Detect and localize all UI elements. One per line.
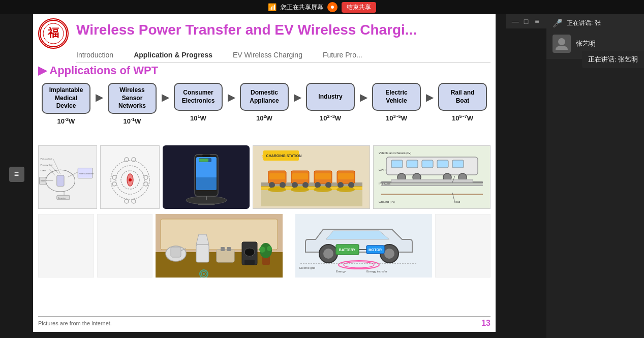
svg-text:Ground (P₀): Ground (P₀) xyxy=(379,200,395,203)
svg-rect-86 xyxy=(381,185,483,186)
tab-introduction[interactable]: Introduction xyxy=(76,51,113,60)
svg-point-51 xyxy=(280,182,286,188)
svg-rect-56 xyxy=(292,173,308,179)
medical-device-image: Battery Power Conditioner Converter Pick… xyxy=(38,145,97,209)
svg-rect-98 xyxy=(196,244,209,262)
arrow-3: ▶ xyxy=(292,91,302,103)
menu-button[interactable]: ≡ xyxy=(533,17,541,25)
arrow-5: ▶ xyxy=(424,91,435,103)
arrow-0: ▶ xyxy=(94,91,104,103)
maximize-button[interactable]: □ xyxy=(522,17,530,25)
university-logo: 福 xyxy=(38,18,74,54)
svg-rect-100 xyxy=(217,250,234,262)
tab-ev-charging[interactable]: EV Wireless Charging xyxy=(233,51,302,60)
speaking-label: 正在讲话: 张 xyxy=(567,19,601,27)
sharing-text: 您正在共享屏幕 xyxy=(281,3,323,12)
svg-rect-77 xyxy=(407,160,418,168)
flow-item-2: ConsumerElectronics 101W xyxy=(170,83,226,122)
svg-rect-41 xyxy=(202,155,210,157)
tab-future[interactable]: Future Pro... xyxy=(323,51,362,60)
flow-item-6: Rail andBoat 105~7W xyxy=(435,83,490,122)
flow-power-3: 102W xyxy=(256,114,272,122)
arrow-1: ▶ xyxy=(160,91,170,103)
speaking-overlay: 正在讲话: 张艺明 xyxy=(582,51,644,68)
svg-point-29 xyxy=(144,182,148,186)
flow-power-4: 102~3W xyxy=(320,114,341,122)
window-controls: — □ ≡ xyxy=(506,14,546,28)
mic-icon: 🎤 xyxy=(553,18,563,28)
svg-point-55 xyxy=(302,182,309,188)
svg-point-58 xyxy=(315,182,321,188)
kitchen-image xyxy=(156,214,292,278)
svg-point-66 xyxy=(291,187,309,192)
svg-point-123 xyxy=(344,262,374,268)
flow-box-5: ElectricVehicle xyxy=(372,83,421,111)
logo-circle: 福 xyxy=(38,18,69,49)
svg-rect-52 xyxy=(269,173,285,179)
top-system-bar: 📶 您正在共享屏幕 结束共享 xyxy=(0,0,644,14)
flow-item-4: Industry 102~3W xyxy=(302,83,358,122)
slide-container: 福 Wireless Power Transfer and EV Wireles… xyxy=(33,14,496,332)
svg-point-68 xyxy=(336,187,355,192)
svg-point-25 xyxy=(129,178,132,181)
svg-rect-87 xyxy=(391,179,473,182)
empty-spot-3 xyxy=(435,214,491,278)
sidebar-toggle-button[interactable]: ≡ xyxy=(9,167,24,182)
minimize-button[interactable]: — xyxy=(511,17,519,25)
svg-rect-5 xyxy=(57,175,64,186)
rail-diagram-image: Vehicle and chassis (P₁) Ground (P₀) CPT… xyxy=(373,145,490,209)
svg-rect-102 xyxy=(227,247,231,251)
left-sidebar: ≡ xyxy=(0,14,33,332)
svg-line-19 xyxy=(49,169,55,175)
svg-text:⚡ CHARGING STATION: ⚡ CHARGING STATION xyxy=(261,153,301,158)
ev-diagram-image: BATTERY MOTOR Energy Energy transfer Ele… xyxy=(295,214,432,278)
participant-name: 张艺明 xyxy=(576,39,596,48)
slide-title: Wireless Power Transfer and EV Wireless … xyxy=(76,22,490,38)
slide-footer: Pictures are from the internet. 13 xyxy=(38,316,490,328)
svg-rect-40 xyxy=(199,159,208,162)
svg-text:Power Conditioner: Power Conditioner xyxy=(79,173,94,175)
svg-text:福: 福 xyxy=(47,26,59,39)
right-panel: 张艺明 xyxy=(546,28,644,338)
tab-application[interactable]: Application & Progress xyxy=(134,51,212,60)
section-heading: Applications of WPT xyxy=(38,64,158,77)
arrow-4: ▶ xyxy=(358,91,369,103)
images-row-2: BATTERY MOTOR Energy Energy transfer Ele… xyxy=(38,214,490,278)
svg-point-128 xyxy=(558,38,565,45)
svg-text:Battery: Battery xyxy=(41,180,47,182)
svg-rect-80 xyxy=(452,160,464,168)
svg-point-104 xyxy=(244,248,255,256)
svg-rect-96 xyxy=(171,247,181,257)
svg-rect-105 xyxy=(244,260,255,265)
flow-item-1: WirelessSensorNetworks 10-1W xyxy=(104,83,160,125)
svg-point-116 xyxy=(384,249,394,259)
footer-note: Pictures are from the internet. xyxy=(38,320,112,326)
page-number: 13 xyxy=(481,319,490,328)
svg-rect-88 xyxy=(381,194,483,195)
svg-rect-79 xyxy=(437,160,448,168)
svg-text:Energy transfer: Energy transfer xyxy=(366,270,387,273)
svg-line-20 xyxy=(53,159,60,174)
svg-point-109 xyxy=(267,246,272,251)
svg-point-32 xyxy=(125,199,129,203)
flow-diagram: ImplantableMedicalDevice 10-2W ▶ Wireles… xyxy=(38,83,490,125)
svg-rect-60 xyxy=(315,173,331,179)
flow-power-5: 103~5W xyxy=(386,114,407,122)
speaking-overlay-text: 正在讲话: 张艺明 xyxy=(588,55,638,63)
svg-point-63 xyxy=(348,182,354,188)
images-row-1: Battery Power Conditioner Converter Pick… xyxy=(38,145,490,209)
svg-text:Primary Coil: Primary Coil xyxy=(41,164,52,166)
svg-text:Energy: Energy xyxy=(336,270,346,273)
flow-power-2: 101W xyxy=(190,114,206,122)
share-icon xyxy=(327,2,338,12)
svg-point-65 xyxy=(268,187,286,192)
svg-rect-76 xyxy=(391,160,403,168)
svg-text:Pick-up Coil: Pick-up Coil xyxy=(41,158,52,160)
svg-point-59 xyxy=(325,182,331,188)
svg-rect-94 xyxy=(161,219,278,250)
svg-rect-101 xyxy=(221,247,225,251)
svg-text:BATTERY: BATTERY xyxy=(339,248,356,252)
svg-rect-64 xyxy=(338,173,354,179)
end-share-button[interactable]: 结束共享 xyxy=(342,2,376,13)
flow-item-0: ImplantableMedicalDevice 10-2W xyxy=(38,83,94,125)
